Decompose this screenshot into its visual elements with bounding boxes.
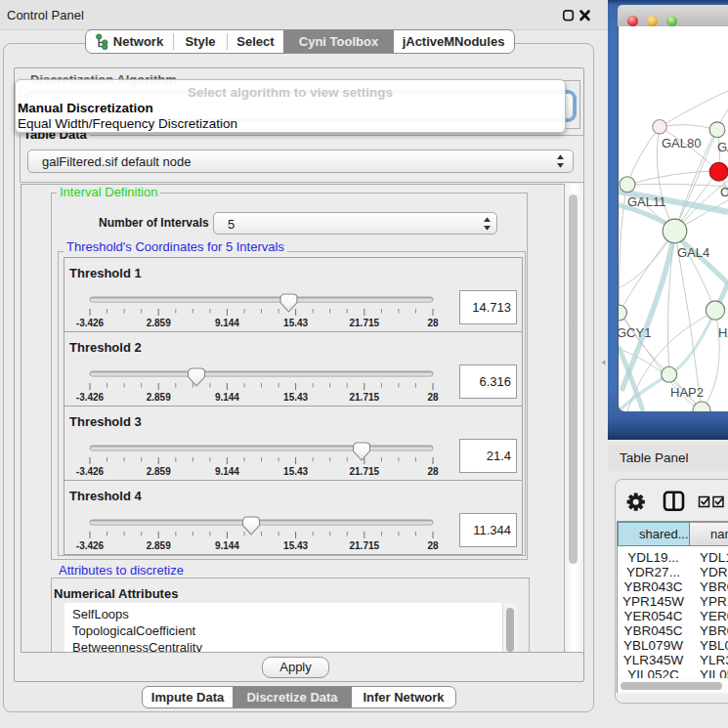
svg-text:9.144: 9.144	[215, 392, 239, 403]
svg-text:28: 28	[427, 392, 439, 403]
svg-text:15.43: 15.43	[283, 466, 308, 477]
svg-text:21.715: 21.715	[350, 466, 380, 477]
svg-text:GAL80: GAL80	[662, 136, 701, 150]
svg-text:HAP2: HAP2	[670, 385, 704, 400]
svg-text:15.43: 15.43	[283, 392, 308, 403]
svg-text:GAL11: GAL11	[627, 194, 666, 209]
svg-text:21.715: 21.715	[350, 540, 380, 551]
svg-text:HA: HA	[718, 325, 728, 340]
svg-text:28: 28	[427, 318, 439, 328]
svg-text:21.715: 21.715	[350, 318, 380, 328]
svg-text:28: 28	[427, 466, 439, 477]
svg-text:2.859: 2.859	[147, 540, 171, 551]
svg-text:15.43: 15.43	[283, 318, 308, 328]
svg-text:28: 28	[427, 540, 439, 551]
svg-text:GCY1: GCY1	[619, 325, 651, 340]
svg-text:9.144: 9.144	[215, 540, 239, 551]
svg-text:9.144: 9.144	[215, 466, 239, 477]
svg-text:-3.426: -3.426	[76, 392, 105, 403]
svg-text:-3.426: -3.426	[76, 466, 105, 477]
svg-text:GA: GA	[717, 140, 728, 154]
svg-text:GAL4: GAL4	[677, 245, 709, 260]
svg-text:-3.426: -3.426	[76, 540, 105, 551]
svg-text:21.715: 21.715	[350, 392, 380, 403]
svg-text:C: C	[720, 185, 728, 199]
svg-text:9.144: 9.144	[215, 318, 239, 328]
svg-text:2.859: 2.859	[147, 318, 171, 328]
svg-text:2.859: 2.859	[147, 392, 171, 403]
svg-text:15.43: 15.43	[283, 540, 308, 551]
svg-text:-3.426: -3.426	[76, 318, 105, 328]
svg-text:2.859: 2.859	[147, 466, 171, 477]
